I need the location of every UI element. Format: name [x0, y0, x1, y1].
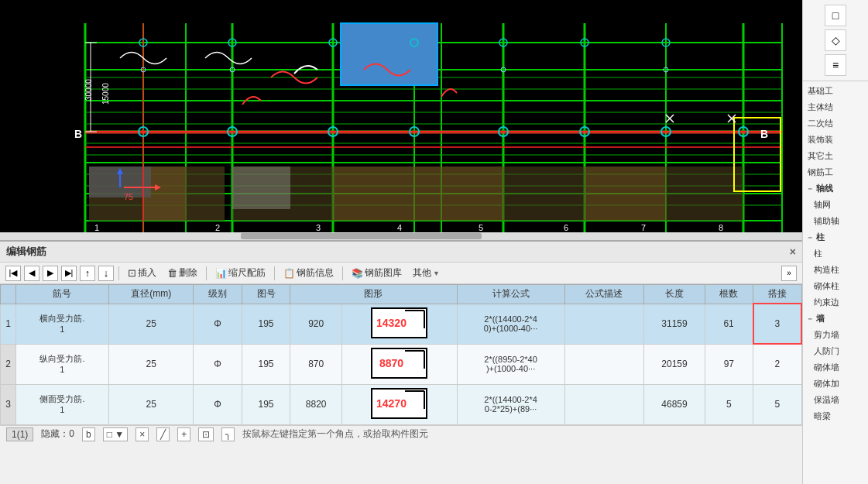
sidebar-item-baowenqiang[interactable]: 保温墙: [803, 392, 868, 408]
edit-panel-close[interactable]: ×: [790, 245, 796, 258]
collapse-zhu-icon: －: [806, 232, 814, 243]
sidebar-item-zhuti[interactable]: 主体结: [803, 99, 868, 115]
table-row[interactable]: 2 纵向受力筋.1 25 Φ 195 870 8870: [1, 344, 802, 384]
sidebar-item-qita[interactable]: 其它土: [803, 148, 868, 164]
diameter-2: 25: [108, 344, 194, 384]
toolbar-expand-btn[interactable]: »: [781, 266, 797, 281]
delete-btn[interactable]: 🗑 删除: [163, 265, 202, 281]
jinhao-3: 侧面受力筋.1: [16, 384, 109, 424]
cad-scrollbar[interactable]: [0, 232, 802, 240]
sidebar-icon-box[interactable]: □: [825, 5, 846, 26]
info-icon: 📋: [283, 268, 295, 279]
sep2: [206, 266, 207, 280]
cad-canvas[interactable]: B B 1 2 3 4 5 6 7 8 30000 15000 75: [0, 0, 802, 240]
svg-text:8: 8: [719, 223, 723, 232]
col-grade: 级别: [194, 285, 242, 304]
desc-1: [564, 304, 644, 344]
shape-svg-2: 8870: [370, 347, 428, 379]
nav-prev-btn[interactable]: ◀: [24, 266, 39, 281]
sidebar-item-fuzhu[interactable]: 辅助轴: [803, 213, 868, 229]
draw-tool-3[interactable]: ⊡: [198, 427, 214, 441]
nav-last-btn[interactable]: ▶|: [61, 266, 77, 281]
shape-svg-1: 14320: [370, 307, 428, 339]
grade-3: Φ: [194, 384, 242, 424]
col-shape: 图形: [290, 285, 457, 304]
lap-2: 2: [753, 344, 801, 384]
length-2: 20159: [644, 344, 705, 384]
rebar-table-scroll[interactable]: 筋号 直径(mm) 级别 图号 图形 计算公式 公式描述 长度 根数 搭接: [0, 284, 802, 425]
sidebar-item-zhuanshi[interactable]: 装饰装: [803, 132, 868, 148]
figure-1: 195: [242, 304, 290, 344]
lap-3: 5: [753, 384, 801, 424]
edit-panel-header: 编辑钢筋 ×: [0, 242, 802, 263]
svg-text:3: 3: [316, 223, 321, 232]
shape-selector[interactable]: □ ▼: [103, 427, 128, 441]
draw-tool-2[interactable]: +: [177, 427, 190, 441]
length-3: 46859: [644, 384, 705, 424]
nav-next-btn[interactable]: ▶: [43, 266, 58, 281]
sidebar-item-jianli[interactable]: 剪力墙: [803, 327, 868, 343]
draw-tool-4[interactable]: ╮: [221, 427, 235, 441]
status-bar: 1(1) 隐藏：0 b □ ▼ × ╱ + ⊡ ╮ 按鼠标左键指定第一个角点，或…: [0, 425, 802, 443]
table-header-row: 筋号 直径(mm) 级别 图号 图形 计算公式 公式描述 长度 根数 搭接: [1, 285, 802, 304]
sidebar-icon-area: □ ◇ ≡: [803, 0, 868, 81]
svg-text:15000: 15000: [101, 83, 110, 105]
delete-icon: 🗑: [167, 267, 177, 279]
sidebar-group-zhu[interactable]: － 柱: [803, 229, 868, 245]
rebar-table-body: 1 横向受力筋.1 25 Φ 195 920 14320: [1, 304, 802, 424]
rebar-info-btn[interactable]: 📋 钢筋信息: [279, 265, 338, 281]
diameter-3: 25: [108, 384, 194, 424]
nav-up-btn[interactable]: ↑: [80, 266, 95, 281]
svg-rect-37: [503, 166, 585, 221]
mode-indicator[interactable]: b: [82, 427, 95, 441]
sidebar-item-gouzao[interactable]: 构造柱: [803, 262, 868, 278]
table-row[interactable]: 3 侧面受力筋.1 25 Φ 195 8820 14270: [1, 384, 802, 424]
sidebar-item-qiti-jia[interactable]: 砌体加: [803, 376, 868, 392]
sidebar-item-erci[interactable]: 二次结: [803, 115, 868, 132]
sidebar-item-jichu[interactable]: 基础工: [803, 83, 868, 99]
col-length: 长度: [644, 285, 705, 304]
insert-btn[interactable]: ⊡ 插入: [123, 265, 161, 281]
grade-1: Φ: [194, 304, 242, 344]
sidebar-items: 基础工 主体结 二次结 装饰装 其它土 钢筋工 － 轴线 轴网 辅助轴 － 柱 …: [803, 81, 868, 426]
sidebar-item-qiti-qiang[interactable]: 砌体墙: [803, 359, 868, 376]
lap-1[interactable]: 3: [753, 304, 801, 344]
sidebar-item-zhouwang[interactable]: 轴网: [803, 197, 868, 213]
edit-panel: 编辑钢筋 × |◀ ◀ ▶ ▶| ↑ ↓ ⊡ 插入 🗑 删除: [0, 240, 802, 443]
nav-down-btn[interactable]: ↓: [98, 266, 114, 281]
sidebar-group-zhouxian[interactable]: － 轴线: [803, 180, 868, 197]
sidebar-item-renfang[interactable]: 人防门: [803, 343, 868, 359]
close-icon[interactable]: ×: [136, 427, 149, 441]
sidebar-item-zhu[interactable]: 柱: [803, 245, 868, 262]
svg-text:14270: 14270: [376, 397, 407, 410]
sidebar-icon-diamond[interactable]: ◇: [825, 29, 846, 51]
sep3: [274, 266, 275, 280]
rebar-library-btn[interactable]: 📚 钢筋图库: [347, 265, 407, 281]
sidebar-item-yueshu[interactable]: 约束边: [803, 294, 868, 311]
svg-text:7: 7: [641, 223, 646, 232]
col-lap: 搭接: [753, 285, 801, 304]
other-btn[interactable]: 其他 ▼: [408, 265, 444, 281]
sidebar-item-qiti-zhu[interactable]: 砌体柱: [803, 278, 868, 294]
shape-cell-2: 8870: [342, 344, 457, 384]
col-diameter: 直径(mm): [108, 285, 194, 304]
row-num-3: 3: [1, 384, 16, 424]
table-row[interactable]: 1 横向受力筋.1 25 Φ 195 920 14320: [1, 304, 802, 344]
col-figure-num: 图号: [242, 285, 290, 304]
rebar-table: 筋号 直径(mm) 级别 图号 图形 计算公式 公式描述 长度 根数 搭接: [0, 284, 802, 425]
edit-panel-title: 编辑钢筋: [6, 245, 46, 259]
sidebar-item-gangjin[interactable]: 钢筋工: [803, 164, 868, 180]
draw-tool-1[interactable]: ╱: [156, 427, 170, 441]
formula-1: 2*((14400-2*40)+(1000-40···: [457, 304, 564, 344]
left-area: B B 1 2 3 4 5 6 7 8 30000 15000 75: [0, 0, 802, 484]
page-indicator: 1(1): [6, 427, 33, 441]
hidden-count: 隐藏：0: [41, 427, 74, 441]
scale-btn[interactable]: 📊 缩尺配筋: [211, 265, 270, 281]
figure-3: 195: [242, 384, 290, 424]
collapse-zhouxian-icon: －: [806, 184, 814, 194]
svg-text:8870: 8870: [379, 357, 403, 369]
nav-first-btn[interactable]: |◀: [5, 266, 21, 281]
sidebar-icon-list[interactable]: ≡: [825, 54, 846, 76]
sidebar-item-anliang[interactable]: 暗梁: [803, 408, 868, 424]
sidebar-group-qiang[interactable]: － 墙: [803, 311, 868, 327]
